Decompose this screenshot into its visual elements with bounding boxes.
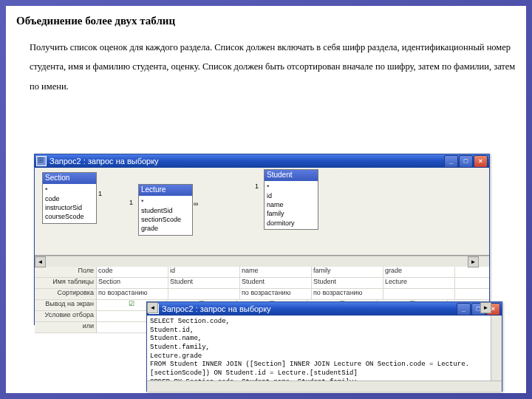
minimize-button[interactable]: _ bbox=[457, 303, 471, 316]
window-title: Запрос2 : запрос на выборку bbox=[162, 304, 457, 313]
query-design-window: Запрос2 : запрос на выборку _ □ × Sectio… bbox=[34, 154, 490, 325]
page: Объединение более двух таблиц Получить с… bbox=[6, 6, 526, 393]
table-header: Student bbox=[265, 170, 318, 181]
titlebar[interactable]: Запрос2 : запрос на выборку _ □ × bbox=[35, 154, 489, 168]
page-title: Объединение более двух таблиц bbox=[16, 15, 516, 27]
minimize-button[interactable]: _ bbox=[444, 155, 458, 168]
titlebar[interactable]: Запрос2 : запрос на выборку _ □ × bbox=[147, 302, 502, 316]
table-fields: * id name family dormitory bbox=[265, 181, 318, 229]
description-text: Получить список оценок для каждого разде… bbox=[30, 38, 516, 96]
scroll-right-icon[interactable]: ► bbox=[480, 302, 491, 313]
query-sql-window: Запрос2 : запрос на выборку _ □ × SELECT… bbox=[146, 301, 502, 392]
scroll-right-icon[interactable]: ► bbox=[468, 256, 479, 267]
row-label: Сортировка bbox=[35, 289, 97, 299]
row-label: Вывод на экран bbox=[35, 300, 97, 310]
row-label: Условие отбора bbox=[35, 311, 97, 321]
window-buttons: _ □ × bbox=[444, 155, 488, 168]
app-icon bbox=[36, 156, 47, 166]
table-fields: * studentSid sectionScode grade bbox=[139, 196, 192, 235]
row-label: или bbox=[35, 322, 97, 332]
scrollbar-h[interactable]: ◄ ► bbox=[147, 381, 502, 392]
window-title: Запрос2 : запрос на выборку bbox=[50, 157, 444, 166]
scrollbar-h[interactable]: ◄ ► bbox=[35, 256, 489, 267]
table-header: Section bbox=[43, 173, 96, 184]
sql-text[interactable]: SELECT Section.code, Student.id, Student… bbox=[147, 316, 502, 381]
scrollbar-v[interactable] bbox=[491, 316, 502, 381]
table-section[interactable]: Section * code instructorSid courseScode bbox=[42, 172, 97, 224]
maximize-button[interactable]: □ bbox=[459, 155, 473, 168]
table-header: Lecture bbox=[139, 185, 192, 196]
table-student[interactable]: Student * id name family dormitory bbox=[264, 169, 318, 230]
relations-pane[interactable]: Section * code instructorSid courseScode… bbox=[35, 168, 489, 256]
table-lecture[interactable]: Lecture * studentSid sectionScode grade bbox=[138, 184, 193, 236]
window-buttons: _ □ × bbox=[457, 303, 500, 316]
scroll-left-icon[interactable]: ◄ bbox=[35, 256, 46, 267]
table-fields: * code instructorSid courseScode bbox=[43, 184, 96, 223]
row-label: Поле bbox=[35, 267, 97, 277]
row-label: Имя таблицы bbox=[35, 278, 97, 288]
close-button[interactable]: × bbox=[474, 155, 488, 168]
scroll-left-icon[interactable]: ◄ bbox=[147, 302, 158, 313]
